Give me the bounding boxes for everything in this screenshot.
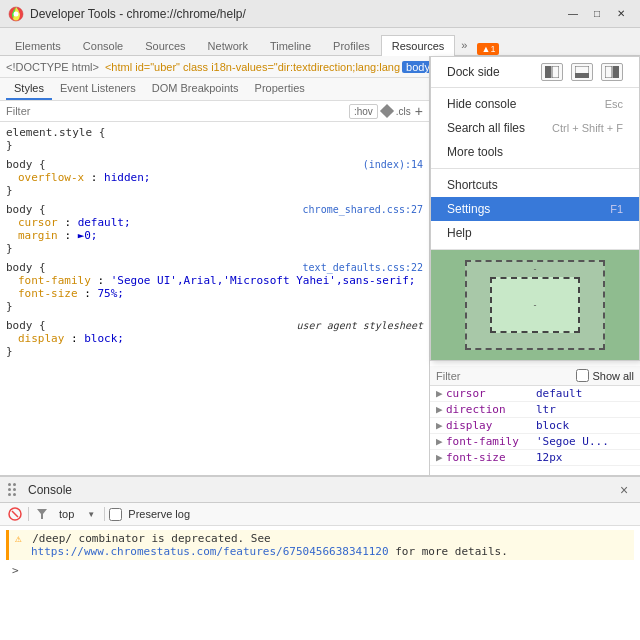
chrome-logo-icon (8, 6, 24, 22)
tab-network[interactable]: Network (197, 35, 259, 56)
svg-rect-4 (552, 66, 559, 78)
console-output: ⚠ /deep/ combinator is deprecated. See h… (0, 526, 640, 640)
minimize-button[interactable]: — (562, 5, 584, 23)
warning-link[interactable]: https://www.chromestatus.com/features/67… (31, 545, 389, 558)
prop-name-display: display (446, 419, 536, 432)
console-title: Console (28, 483, 72, 497)
hov-button[interactable]: :hov (349, 104, 378, 119)
props-list: ▶ cursor default ▶ direction ltr ▶ displ… (430, 386, 640, 475)
css-rule-body-1: body { (index):14 overflow-x : hidden; } (6, 158, 423, 197)
box-inner: - (490, 277, 580, 333)
tab-styles[interactable]: Styles (6, 78, 52, 100)
prop-row-font-size: ▶ font-size 12px (430, 450, 640, 466)
toolbar-separator (28, 507, 29, 521)
more-tabs-button[interactable]: » (455, 35, 473, 55)
filter-bar: :hov .cls + (0, 101, 429, 122)
prop-name-direction: direction (446, 403, 536, 416)
menu-item-search-all[interactable]: Search all files Ctrl + Shift + F (431, 116, 639, 140)
dock-right-icon[interactable] (601, 63, 623, 81)
tab-resources[interactable]: Resources (381, 35, 456, 56)
cls-button[interactable]: .cls (396, 106, 411, 117)
console-area: Console × top ▼ Preserve log ⚠ /deep/ co… (0, 476, 640, 640)
tab-sources[interactable]: Sources (134, 35, 196, 56)
svg-line-10 (12, 511, 18, 517)
preserve-log-label[interactable]: Preserve log (128, 508, 190, 520)
menu-item-settings[interactable]: Settings F1 (431, 197, 639, 221)
svg-rect-6 (575, 73, 589, 78)
prop-row-direction: ▶ direction ltr (430, 402, 640, 418)
prop-row-display: ▶ display block (430, 418, 640, 434)
tab-dom-breakpoints[interactable]: DOM Breakpoints (144, 78, 247, 100)
dock-side-label: Dock side (447, 65, 533, 79)
toolbar-separator-2 (104, 507, 105, 521)
menu-section-2: Shortcuts Settings F1 Help (431, 169, 639, 250)
show-all-label[interactable]: Show all (592, 370, 634, 382)
menu-item-more-tools[interactable]: More tools (431, 140, 639, 164)
tab-elements[interactable]: Elements (4, 35, 72, 56)
tab-profiles[interactable]: Profiles (322, 35, 381, 56)
maximize-button[interactable]: □ (586, 5, 608, 23)
console-warning-message: ⚠ /deep/ combinator is deprecated. See h… (6, 530, 634, 560)
menu-item-help[interactable]: Help (431, 221, 639, 245)
prop-arrow-display[interactable]: ▶ (436, 419, 446, 432)
prop-row-font-family: ▶ font-family 'Segoe U... (430, 434, 640, 450)
prop-arrow-direction[interactable]: ▶ (436, 403, 446, 416)
style-tabs: Styles Event Listeners DOM Breakpoints P… (0, 78, 429, 101)
prop-name-font-family: font-family (446, 435, 536, 448)
svg-rect-3 (545, 66, 551, 78)
prompt-arrow-icon: > (12, 564, 19, 577)
console-toolbar: top ▼ Preserve log (0, 503, 640, 526)
svg-marker-11 (37, 509, 47, 519)
tab-event-listeners[interactable]: Event Listeners (52, 78, 144, 100)
preserve-log-checkbox[interactable] (109, 508, 122, 521)
css-rules: element.style { } body { (index):14 over… (0, 122, 429, 475)
prop-name-cursor: cursor (446, 387, 536, 400)
dock-section: Dock side (431, 57, 639, 88)
prop-arrow-cursor[interactable]: ▶ (436, 387, 446, 400)
prop-arrow-font-family[interactable]: ▶ (436, 435, 446, 448)
breadcrumb: <!DOCTYPE html> <html id="uber" class i1… (0, 56, 429, 78)
warning-badge: ▲1 (477, 43, 499, 55)
add-rule-button[interactable]: + (415, 103, 423, 119)
tab-timeline[interactable]: Timeline (259, 35, 322, 56)
prop-value-direction: ltr (536, 403, 634, 416)
svg-rect-8 (613, 66, 619, 78)
close-button[interactable]: ✕ (610, 5, 632, 23)
main-content: <!DOCTYPE html> <html id="uber" class i1… (0, 56, 640, 476)
filter-console-button[interactable] (33, 505, 51, 523)
props-filter-input[interactable] (436, 370, 576, 382)
dropdown-arrow-button[interactable]: ▼ (82, 505, 100, 523)
nav-tabs: Elements Console Sources Network Timelin… (0, 28, 640, 56)
right-panel: Dock side Hide console Esc Search all fi… (430, 56, 640, 475)
prop-value-display: block (536, 419, 634, 432)
drag-handle[interactable] (8, 483, 22, 497)
dropdown-menu: Dock side Hide console Esc Search all fi… (430, 56, 640, 361)
filter-input[interactable] (6, 105, 345, 117)
menu-section-1: Hide console Esc Search all files Ctrl +… (431, 88, 639, 169)
css-rule-body-3: body { text_defaults.css:22 font-family … (6, 261, 423, 313)
show-all-checkbox[interactable] (576, 369, 589, 382)
menu-item-shortcuts[interactable]: Shortcuts (431, 173, 639, 197)
dock-bottom-icon[interactable] (571, 63, 593, 81)
warning-icon: ⚠ (15, 532, 22, 545)
svg-rect-7 (605, 66, 612, 78)
tab-properties[interactable]: Properties (247, 78, 313, 100)
dock-left-icon[interactable] (541, 63, 563, 81)
props-filter-row: Show all (430, 366, 640, 386)
title-bar: Developer Tools - chrome://chrome/help/ … (0, 0, 640, 28)
svg-rect-5 (575, 66, 589, 74)
menu-item-hide-console[interactable]: Hide console Esc (431, 92, 639, 116)
tab-console[interactable]: Console (72, 35, 134, 56)
window-controls: — □ ✕ (562, 5, 632, 23)
diamond-icon[interactable] (380, 104, 394, 118)
top-level-label: top (55, 508, 78, 520)
console-close-button[interactable]: × (616, 482, 632, 498)
warning-text-1: /deep/ combinator is deprecated. See (32, 532, 270, 545)
body-tag[interactable]: body (402, 61, 429, 73)
css-rule-body-2: body { chrome_shared.css:27 cursor : def… (6, 203, 423, 255)
clear-console-button[interactable] (6, 505, 24, 523)
console-prompt: > (6, 562, 634, 579)
prop-name-font-size: font-size (446, 451, 536, 464)
prop-value-cursor: default (536, 387, 634, 400)
prop-arrow-font-size[interactable]: ▶ (436, 451, 446, 464)
